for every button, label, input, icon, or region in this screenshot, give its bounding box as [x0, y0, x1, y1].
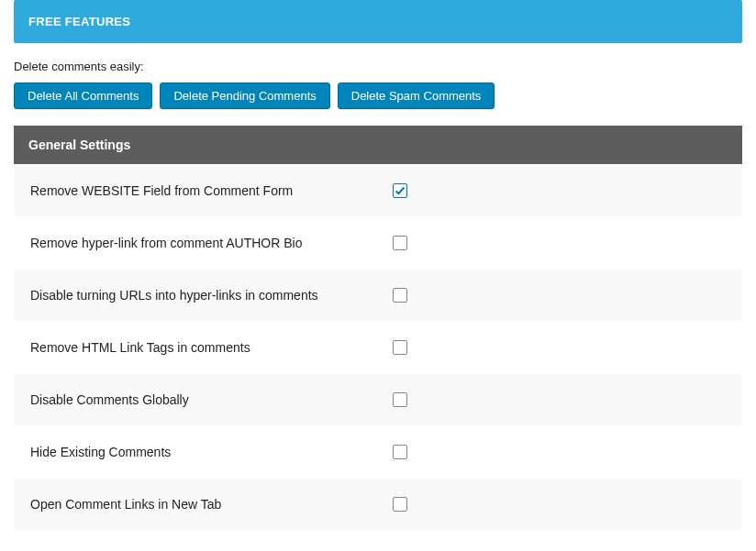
setting-label: Remove HTML Link Tags in comments — [30, 340, 393, 355]
setting-label: Hide Existing Comments — [30, 445, 393, 459]
setting-checkbox-disable-url-autolink[interactable] — [393, 288, 407, 303]
setting-label: Disable Comments Globally — [30, 392, 393, 407]
free-features-banner: FREE FEATURES — [14, 0, 742, 43]
delete-all-comments-button[interactable]: Delete All Comments — [14, 83, 152, 109]
setting-checkbox-disable-comments-globally[interactable] — [393, 392, 407, 407]
general-settings-header: General Settings — [14, 126, 742, 164]
setting-row-disable-comments-globally: Disable Comments Globally — [14, 373, 742, 425]
setting-checkbox-open-links-new-tab[interactable] — [393, 497, 407, 512]
section-title: General Settings — [28, 138, 130, 152]
banner-title: FREE FEATURES — [28, 15, 130, 28]
setting-label: Remove WEBSITE Field from Comment Form — [30, 183, 393, 198]
setting-checkbox-hide-existing-comments[interactable] — [393, 445, 407, 459]
setting-label: Disable turning URLs into hyper-links in… — [30, 288, 393, 303]
delete-pending-comments-button[interactable]: Delete Pending Comments — [160, 83, 329, 109]
setting-row-remove-html-link-tags: Remove HTML Link Tags in comments — [14, 321, 742, 373]
setting-label: Remove hyper-link from comment AUTHOR Bi… — [30, 236, 393, 250]
setting-checkbox-remove-website-field[interactable] — [393, 183, 407, 198]
setting-checkbox-remove-html-link-tags[interactable] — [393, 340, 407, 355]
setting-row-remove-author-link: Remove hyper-link from comment AUTHOR Bi… — [14, 216, 742, 269]
setting-row-open-links-new-tab: Open Comment Links in New Tab — [14, 478, 742, 530]
setting-label: Open Comment Links in New Tab — [30, 497, 393, 512]
setting-row-hide-existing-comments: Hide Existing Comments — [14, 425, 742, 478]
setting-row-remove-website-field: Remove WEBSITE Field from Comment Form — [14, 164, 742, 216]
setting-row-disable-url-autolink: Disable turning URLs into hyper-links in… — [14, 269, 742, 321]
setting-checkbox-remove-author-link[interactable] — [393, 236, 407, 250]
delete-spam-comments-button[interactable]: Delete Spam Comments — [338, 83, 495, 109]
check-icon — [394, 184, 406, 197]
delete-buttons-row: Delete All Comments Delete Pending Comme… — [14, 83, 742, 109]
intro-text: Delete comments easily: — [14, 60, 742, 73]
